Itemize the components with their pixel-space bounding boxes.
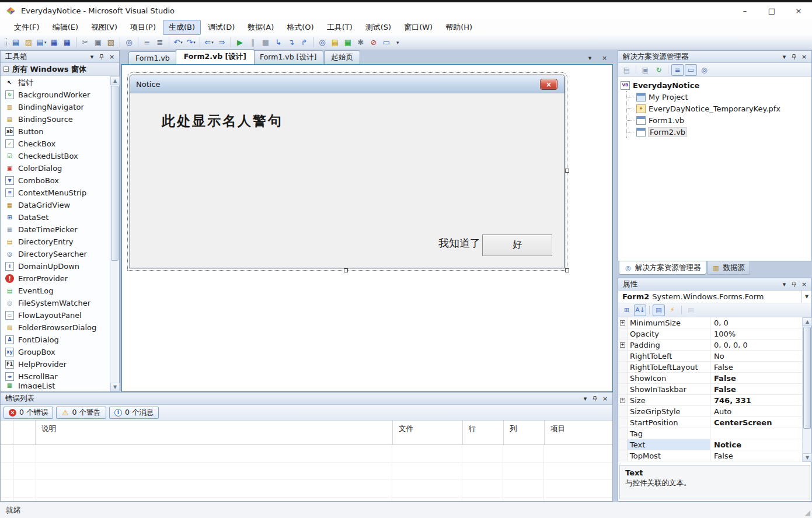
column-header-2[interactable]: 行 — [463, 421, 504, 444]
property-value[interactable]: False — [710, 384, 802, 394]
info-filter-button[interactable]: i0 个消息 — [109, 407, 159, 419]
window-position-icon[interactable]: ▾ — [580, 394, 590, 403]
column-header-0[interactable]: 说明 — [36, 421, 393, 444]
property-value[interactable]: Notice — [710, 439, 802, 450]
toolbox-item[interactable]: ◂▸HScrollBar — [1, 370, 110, 383]
comment-icon[interactable]: ≡ — [141, 36, 154, 49]
notice-form-close-button[interactable]: × — [540, 79, 557, 90]
ack-label[interactable]: 我知道了 — [438, 236, 480, 250]
toolbox-item[interactable]: ▭FlowLayoutPanel — [1, 309, 110, 321]
start-debugging-icon[interactable]: ▶ — [234, 36, 246, 49]
property-row[interactable]: Opacity100% — [618, 328, 802, 340]
alphabetical-icon[interactable]: A↓ — [634, 304, 646, 316]
toolbox-item[interactable]: ↖指针 — [1, 76, 110, 89]
pin-icon[interactable] — [590, 394, 600, 403]
property-row[interactable]: SizeGripStyleAuto — [618, 406, 802, 417]
toolbox-item[interactable]: ☑CheckedListBox — [1, 150, 110, 162]
window-position-icon[interactable]: ▾ — [779, 279, 789, 289]
property-value[interactable]: 0, 0, 0, 0 — [710, 340, 802, 350]
property-pages-icon[interactable]: ▤ — [685, 304, 697, 316]
properties-scrollbar[interactable]: ▲ ▼ — [802, 317, 811, 462]
uncomment-icon[interactable]: ≣ — [154, 36, 166, 49]
column-header-4[interactable]: 项目 — [545, 421, 612, 444]
toolbox-item[interactable]: ⊞DataSet — [1, 211, 110, 223]
property-row[interactable]: TextNotice — [618, 439, 802, 450]
column-header-3[interactable]: 列 — [504, 421, 545, 444]
toolbox-item[interactable]: !ErrorProvider — [1, 272, 110, 285]
immediate-window-icon[interactable]: ▭ — [380, 36, 393, 49]
scroll-down-icon[interactable]: ▼ — [110, 383, 120, 391]
property-row[interactable]: ShowIconFalse — [618, 373, 802, 384]
property-row[interactable]: StartPositionCenterScreen — [618, 417, 802, 428]
property-value[interactable]: No — [710, 351, 802, 361]
pin-icon[interactable] — [97, 52, 107, 61]
close-icon[interactable]: × — [799, 52, 809, 61]
show-all-files-icon[interactable]: ▣ — [639, 64, 651, 76]
step-into-icon[interactable]: ↳ — [272, 36, 285, 49]
find-in-files-icon[interactable]: ◎ — [123, 36, 135, 49]
close-document-icon[interactable]: × — [600, 53, 609, 62]
solution-tree-item[interactable]: Form2.vb — [627, 126, 811, 138]
step-over-icon[interactable]: ↴ — [285, 36, 298, 49]
object-browser-icon[interactable]: ▦ — [341, 36, 354, 49]
resize-handle-bottom[interactable] — [344, 268, 348, 272]
notice-form[interactable]: Notice × 此处显示名人警句 我知道了 好 — [130, 75, 565, 268]
document-tab-2[interactable]: Form1.vb [设计] — [253, 50, 323, 64]
minimize-button[interactable]: – — [731, 2, 758, 19]
toolbar-overflow-icon[interactable]: ▾ — [396, 41, 399, 44]
property-value[interactable]: 100% — [710, 328, 802, 339]
expand-icon[interactable]: + — [620, 398, 625, 403]
toolbox-item[interactable]: ▦DateTimePicker — [1, 223, 110, 236]
toolbox-item[interactable]: F1HelpProvider — [1, 358, 110, 370]
toolbox-item[interactable]: ▣ColorDialog — [1, 162, 110, 174]
property-value[interactable]: False — [710, 362, 802, 372]
property-row[interactable]: RightToLeftLayoutFalse — [618, 362, 802, 373]
events-icon[interactable]: ⚡ — [666, 304, 678, 316]
document-tab-1[interactable]: Form2.vb [设计] — [176, 49, 255, 64]
solution-explorer-icon[interactable]: ◎ — [316, 36, 329, 49]
toolbox-icon[interactable]: ✱ — [354, 36, 367, 49]
property-value[interactable]: False — [710, 450, 802, 461]
view-code-icon[interactable]: ≡ — [671, 64, 684, 76]
toolbox-item[interactable]: ✓CheckBox — [1, 138, 110, 150]
expand-icon[interactable]: + — [620, 320, 625, 326]
expand-icon[interactable]: + — [620, 342, 625, 348]
error-filter-button[interactable]: ×0 个错误 — [4, 407, 53, 419]
toolbox-category[interactable]: − 所有 Windows 窗体 — [1, 63, 119, 76]
right-panel-tab-1[interactable]: ▥数据源 — [707, 261, 751, 275]
designer-surface[interactable]: Notice × 此处显示名人警句 我知道了 好 — [121, 64, 613, 392]
categorized-icon[interactable]: ⊞ — [621, 304, 633, 316]
view-designer-icon[interactable]: ▭ — [685, 64, 697, 76]
stop-debugging-icon[interactable]: ■ — [259, 36, 272, 49]
object-selector[interactable]: Form2 System.Windows.Forms.Form ▼ — [618, 290, 811, 303]
paste-icon[interactable]: ▧ — [104, 36, 117, 49]
property-row[interactable]: TopMostFalse — [618, 450, 802, 461]
property-value[interactable]: 746, 331 — [710, 395, 802, 405]
document-list-icon[interactable]: ▾ — [585, 53, 595, 62]
toolbox-item[interactable]: abButton — [1, 125, 110, 138]
property-value[interactable]: CenterScreen — [710, 417, 802, 428]
scroll-up-icon[interactable]: ▲ — [803, 317, 812, 326]
property-value[interactable]: 0, 0 — [710, 317, 802, 328]
scroll-down-icon[interactable]: ▼ — [803, 453, 812, 462]
close-button[interactable]: × — [785, 2, 812, 19]
property-row[interactable]: ShowInTaskbarFalse — [618, 384, 802, 395]
menu-item-8[interactable]: 工具(T) — [321, 20, 358, 35]
close-icon[interactable]: × — [799, 279, 809, 289]
close-icon[interactable]: × — [107, 52, 117, 61]
toolbox-scrollbar[interactable]: ▲ ▼ — [110, 76, 119, 391]
properties-icon[interactable]: ▤ — [621, 64, 633, 76]
ok-button[interactable]: 好 — [482, 235, 552, 256]
solution-tree-project[interactable]: VBEverydayNotice — [621, 79, 811, 91]
undo-icon[interactable]: ↶▾ — [172, 36, 184, 49]
menu-item-11[interactable]: 帮助(H) — [440, 20, 478, 35]
open-file-icon[interactable]: ▨ — [22, 36, 35, 49]
toolbox-item[interactable]: ▥BindingNavigator — [1, 101, 110, 113]
redo-icon[interactable]: ↷▾ — [184, 36, 197, 49]
toolbox-item[interactable]: ▤BindingSource — [1, 113, 110, 125]
toolbox-item[interactable]: ◎DirectorySearcher — [1, 248, 110, 260]
save-icon[interactable]: ▦ — [48, 36, 61, 49]
add-item-icon[interactable]: ▤▾ — [35, 36, 48, 49]
save-all-icon[interactable]: ▦ — [61, 36, 74, 49]
resize-handle-right[interactable] — [565, 169, 569, 173]
